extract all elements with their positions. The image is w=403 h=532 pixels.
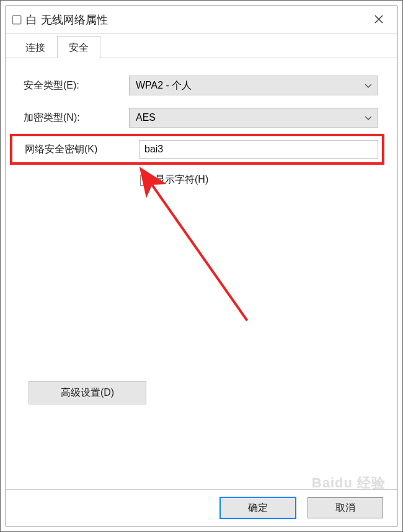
row-show-chars: 显示字符(H) xyxy=(140,173,378,186)
advanced-area: 高级设置(D) xyxy=(29,381,146,404)
checkbox-show-chars[interactable] xyxy=(140,175,151,186)
dialog-window: 白 无线网络属性 连接 安全 安全类型(E): WPA2 - 个人 xyxy=(6,6,397,526)
app-icon xyxy=(11,14,22,25)
annotation-highlight: 网络安全密钥(K) bai3 xyxy=(10,134,384,165)
select-encryption-value: AES xyxy=(136,112,156,123)
advanced-settings-button[interactable]: 高级设置(D) xyxy=(29,381,146,404)
tab-content: 安全类型(E): WPA2 - 个人 加密类型(N): AES xyxy=(6,58,397,186)
cancel-button[interactable]: 取消 xyxy=(308,497,383,518)
label-security-type: 安全类型(E): xyxy=(24,79,129,92)
svg-line-3 xyxy=(152,185,247,321)
window-title: 无线网络属性 xyxy=(41,12,108,27)
close-icon xyxy=(374,14,384,24)
watermark: Baidu 经验 xyxy=(312,474,386,492)
select-security-type[interactable]: WPA2 - 个人 xyxy=(129,76,378,95)
label-encryption: 加密类型(N): xyxy=(24,111,129,124)
label-show-chars: 显示字符(H) xyxy=(155,173,208,186)
select-encryption[interactable]: AES xyxy=(129,108,378,128)
title-prefix: 白 xyxy=(26,12,37,27)
input-network-key-value: bai3 xyxy=(144,144,163,155)
label-network-key: 网络安全密钥(K) xyxy=(16,143,139,156)
check-icon xyxy=(142,177,149,184)
tab-security[interactable]: 安全 xyxy=(57,36,100,58)
tab-connect[interactable]: 连接 xyxy=(14,36,57,58)
row-security-type: 安全类型(E): WPA2 - 个人 xyxy=(24,76,378,95)
tab-strip: 连接 安全 xyxy=(6,34,397,58)
close-button[interactable] xyxy=(367,13,391,27)
input-network-key[interactable]: bai3 xyxy=(139,140,378,159)
svg-rect-0 xyxy=(12,15,21,24)
ok-button[interactable]: 确定 xyxy=(219,497,296,519)
screenshot-frame: 白 无线网络属性 连接 安全 安全类型(E): WPA2 - 个人 xyxy=(0,0,403,532)
titlebar: 白 无线网络属性 xyxy=(6,6,397,34)
titlebar-left: 白 无线网络属性 xyxy=(11,12,108,27)
select-security-type-value: WPA2 - 个人 xyxy=(136,79,192,92)
chevron-down-icon xyxy=(365,113,371,122)
chevron-down-icon xyxy=(365,81,371,90)
dialog-footer: 确定 取消 xyxy=(6,489,397,526)
row-encryption: 加密类型(N): AES xyxy=(24,108,378,128)
row-network-key: 网络安全密钥(K) bai3 xyxy=(16,140,378,159)
